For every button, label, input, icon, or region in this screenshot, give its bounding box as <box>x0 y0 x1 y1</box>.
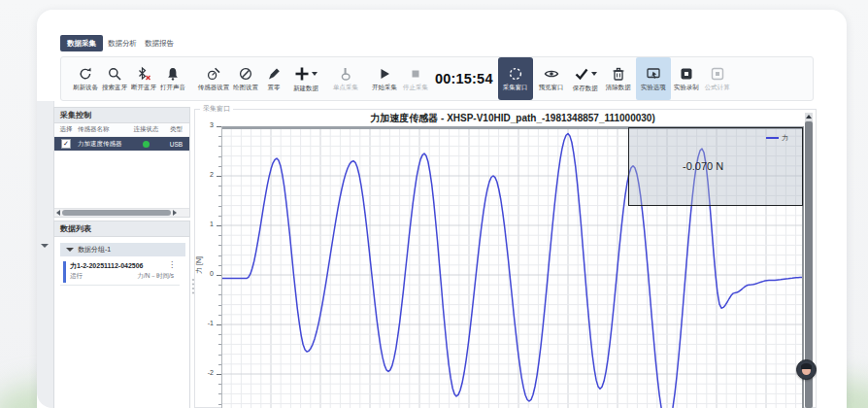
tab-data-collect[interactable]: 数据采集 <box>60 35 103 51</box>
data-list-item[interactable]: 力1-2-20251112-042506 ⋮ 运行 力/N－时间/s <box>60 258 180 286</box>
data-group-label: 数据分组-1 <box>78 245 111 255</box>
bell-icon <box>165 66 181 82</box>
sensor-table-header: 选择 传感器名称 连接状态 类型 <box>54 123 189 137</box>
collect-window-button[interactable]: 采集窗口 <box>498 57 533 100</box>
sensor-name: 力加速度传感器 <box>78 140 128 149</box>
search-icon <box>107 66 122 82</box>
check-icon <box>574 66 589 82</box>
chart-legend: 力 <box>766 133 788 143</box>
y-axis-tick-label: 2 <box>199 171 214 178</box>
toolbar: 刷新设备 搜索蓝牙 断开蓝牙 打开声音 传感器设置 绘图设置 置零 新建数据 <box>60 56 814 101</box>
assistant-avatar-button[interactable] <box>796 359 817 380</box>
annotation-value: -0.070 N <box>683 160 723 172</box>
item-menu-icon[interactable]: ⋮ <box>168 260 176 269</box>
refresh-icon <box>78 66 93 82</box>
clear-data-button[interactable]: 清除数据 <box>603 58 634 99</box>
chart-title: 力加速度传感器 - XHSP-V10HID_path_-1981348857_1… <box>231 112 794 125</box>
sensor-type: USB <box>164 141 188 148</box>
bluetooth-disconnect-icon <box>136 66 151 82</box>
y-axis-tick-label: 1 <box>199 221 214 227</box>
stop-icon <box>408 66 423 82</box>
tab-data-report[interactable]: 数据报告 <box>138 35 181 51</box>
play-icon <box>377 66 392 82</box>
search-bluetooth-button[interactable]: 搜索蓝牙 <box>100 58 129 99</box>
eye-icon <box>544 66 559 82</box>
status-connected-dot <box>143 141 150 148</box>
dropdown-caret-icon[interactable] <box>312 72 317 76</box>
y-axis-tick-label: 0 <box>199 270 214 277</box>
scroll-up-icon[interactable] <box>806 115 812 119</box>
stop-collect-button[interactable]: 停止采集 <box>401 58 430 99</box>
plot-settings-icon <box>238 66 253 82</box>
legend-line-swatch <box>766 137 779 139</box>
collect-window-groupbox-label: 采集窗口 <box>200 104 233 114</box>
horizontal-scrollbar[interactable] <box>54 208 189 217</box>
y-axis-tick-label: 3 <box>199 121 214 128</box>
collapse-panel-icon[interactable] <box>41 244 49 248</box>
avatar-hair <box>801 363 812 369</box>
hand-pointer-icon <box>338 66 353 82</box>
record-screen-icon <box>679 66 694 82</box>
y-axis-tick-label: -1 <box>199 320 214 326</box>
zero-pen-icon <box>266 66 282 82</box>
screen-pointer-icon <box>646 66 661 82</box>
plot-settings-button[interactable]: 绘图设置 <box>230 58 261 99</box>
group-expand-icon[interactable] <box>66 248 74 252</box>
single-point-collect-button[interactable]: 单点采集 <box>331 58 360 99</box>
collection-control-title: 采集控制 <box>54 108 189 123</box>
data-item-title: 力1-2-20251112-042506 <box>70 261 144 271</box>
collection-control-panel: 采集控制 选择 传感器名称 连接状态 类型 ✓ 力加速度传感器 USB <box>53 107 190 218</box>
dashed-circle-icon <box>508 66 523 82</box>
scroll-right-icon[interactable] <box>173 210 177 216</box>
legend-label: 力 <box>782 133 788 143</box>
scroll-left-icon[interactable] <box>56 210 60 216</box>
y-axis-tick-label: -2 <box>199 369 214 376</box>
dropdown-caret-icon[interactable] <box>591 72 597 76</box>
data-item-status: 运行 <box>70 272 83 281</box>
add-icon <box>294 66 310 82</box>
sensor-settings-button[interactable]: 传感器设置 <box>197 58 230 99</box>
trash-icon <box>611 66 626 82</box>
collect-timer: 00:15:54 <box>435 71 493 86</box>
checkbox-checked-icon[interactable]: ✓ <box>61 139 71 149</box>
sensor-settings-icon <box>206 66 221 82</box>
zero-button[interactable]: 置零 <box>261 58 286 99</box>
data-list-panel: 数据列表 数据分组-1 力1-2-20251112-042506 ⋮ 运行 力/… <box>53 221 190 408</box>
formula-calc-button[interactable]: 公式计算 <box>702 58 733 99</box>
save-data-button[interactable]: 保存数据 <box>568 58 603 99</box>
sensor-table-row[interactable]: ✓ 力加速度传感器 USB <box>54 137 189 151</box>
experiment-options-button[interactable]: 实验选项 <box>636 57 671 100</box>
horizontal-scrollbar-thumb[interactable] <box>62 210 171 216</box>
new-data-button[interactable]: 新建数据 <box>286 58 325 99</box>
disconnect-bluetooth-button[interactable]: 断开蓝牙 <box>129 58 158 99</box>
data-group-header[interactable]: 数据分组-1 <box>60 243 185 256</box>
data-list-title: 数据列表 <box>54 221 189 237</box>
refresh-device-button[interactable]: 刷新设备 <box>71 58 100 99</box>
item-accent-bar <box>63 261 66 283</box>
start-collect-button[interactable]: 开始采集 <box>370 58 399 99</box>
left-collapse-strip <box>37 101 54 408</box>
formula-icon <box>710 66 725 82</box>
app-screenshot: 数据采集 数据分析 数据报告 刷新设备 搜索蓝牙 断开蓝牙 打开声音 传感器设置… <box>0 0 868 408</box>
preview-window-button[interactable]: 预览窗口 <box>535 58 568 99</box>
data-item-axes: 力/N－时间/s <box>137 272 174 281</box>
experiment-record-button[interactable]: 实验录制 <box>671 58 702 99</box>
sound-button[interactable]: 打开声音 <box>158 58 187 99</box>
